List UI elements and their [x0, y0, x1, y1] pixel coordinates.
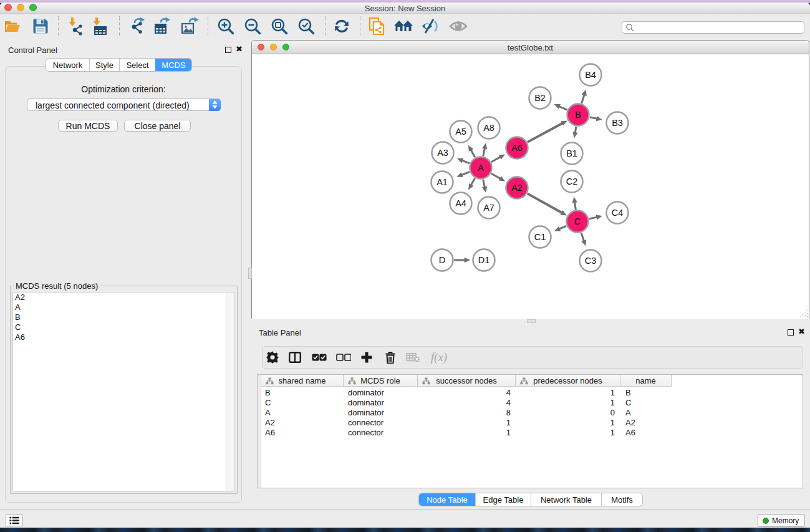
- column-header-predecessor-nodes[interactable]: predecessor nodes: [516, 375, 620, 387]
- graph-edge-A-A2[interactable]: [491, 173, 501, 179]
- table-cell[interactable]: A6: [620, 428, 672, 438]
- table-cell[interactable]: A2: [261, 418, 344, 428]
- graph-edge-A-A3[interactable]: [461, 160, 470, 163]
- zoom-in-icon[interactable]: [217, 17, 235, 36]
- mcds-result-list[interactable]: A2ABCA6: [12, 292, 235, 491]
- graph-edge-C-C1[interactable]: [559, 226, 566, 229]
- table-row[interactable]: Adominator80A: [261, 408, 672, 418]
- refresh-icon[interactable]: [333, 17, 350, 35]
- table-row[interactable]: A6connector11A6: [261, 428, 672, 438]
- table-cell[interactable]: C: [620, 398, 672, 408]
- show-all-icon[interactable]: [449, 19, 468, 33]
- add-column-icon[interactable]: [361, 352, 372, 363]
- mcds-result-scrollbar[interactable]: [226, 293, 234, 491]
- optimization-criterion-dropdown[interactable]: largest connected component (directed): [27, 99, 221, 111]
- delete-table-icon[interactable]: [406, 353, 420, 362]
- table-cell[interactable]: B: [620, 388, 672, 398]
- table-row[interactable]: A2connector11A2: [261, 418, 672, 428]
- function-builder-icon[interactable]: f(x): [431, 351, 447, 364]
- graph-edge-C-C4[interactable]: [589, 217, 598, 219]
- column-header-MCDS-role[interactable]: MCDS role: [344, 375, 418, 387]
- import-table-icon[interactable]: [91, 17, 107, 36]
- tab-edge-table[interactable]: Edge Table: [475, 493, 531, 506]
- table-cell[interactable]: A: [620, 408, 672, 418]
- tab-network-table[interactable]: Network Table: [531, 493, 601, 506]
- deselect-all-icon[interactable]: [336, 354, 351, 361]
- table-panel-close-icon[interactable]: ✖: [798, 329, 805, 335]
- export-network-icon[interactable]: [129, 17, 147, 36]
- table-cell[interactable]: connector: [344, 418, 418, 428]
- table-cell[interactable]: connector: [344, 428, 418, 438]
- graph-edge-A2-C[interactable]: [528, 193, 562, 213]
- graph-edge-A-A7[interactable]: [483, 180, 485, 188]
- graph-edge-A-A6[interactable]: [491, 157, 501, 162]
- column-header-successor-nodes[interactable]: successor nodes: [418, 375, 516, 387]
- graph-edge-A6-B[interactable]: [528, 123, 563, 142]
- run-mcds-button[interactable]: Run MCDS: [58, 120, 118, 132]
- zoom-out-icon[interactable]: [244, 17, 262, 36]
- mcds-result-item[interactable]: C: [13, 322, 234, 332]
- column-header-name[interactable]: name: [620, 375, 672, 387]
- table-cell[interactable]: C: [261, 398, 344, 408]
- table-cell[interactable]: 4: [418, 388, 516, 398]
- tab-style[interactable]: Style: [89, 59, 119, 71]
- control-panel-float-icon[interactable]: [225, 47, 231, 53]
- mcds-result-item[interactable]: A: [13, 302, 234, 312]
- table-cell[interactable]: 1: [516, 418, 620, 428]
- delete-column-icon[interactable]: [385, 351, 396, 364]
- graph-edge-C-C3[interactable]: [581, 233, 584, 241]
- gear-icon[interactable]: [266, 351, 279, 364]
- mcds-result-item[interactable]: B: [13, 312, 234, 322]
- table-cell[interactable]: B: [261, 388, 344, 398]
- tab-motifs[interactable]: Motifs: [601, 493, 642, 506]
- network-canvas[interactable]: AA6A2BCA1A3A4A5A7A8B1B2B3B4C1C2C3C4DD1: [252, 54, 809, 319]
- table-cell[interactable]: A: [261, 408, 344, 418]
- tab-mcds[interactable]: MCDS: [155, 59, 191, 71]
- import-network-icon[interactable]: [66, 17, 84, 36]
- memory-button[interactable]: Memory: [758, 514, 805, 527]
- graph-edge-A-A1[interactable]: [461, 172, 470, 175]
- zoom-fit-icon[interactable]: [271, 17, 289, 36]
- table-cell[interactable]: 1: [516, 388, 620, 398]
- vertical-splitter-handle[interactable]: [248, 268, 252, 279]
- network-graph[interactable]: AA6A2BCA1A3A4A5A7A8B1B2B3B4C1C2C3C4DD1: [252, 54, 809, 319]
- table-cell[interactable]: dominator: [344, 408, 418, 418]
- graph-edge-B-B2[interactable]: [558, 106, 567, 110]
- table-panel-float-icon[interactable]: [788, 329, 794, 336]
- window-resize-grip[interactable]: [799, 309, 808, 318]
- save-session-icon[interactable]: [32, 18, 49, 35]
- table-cell[interactable]: dominator: [344, 398, 418, 408]
- export-image-icon[interactable]: [180, 17, 199, 36]
- tab-network[interactable]: Network: [46, 59, 89, 71]
- close-panel-button[interactable]: Close panel: [124, 120, 191, 132]
- graph-edge-B-B4[interactable]: [582, 94, 585, 104]
- horizontal-splitter-handle[interactable]: [527, 319, 536, 323]
- search-box[interactable]: [622, 21, 804, 34]
- table-cell[interactable]: 1: [516, 398, 620, 408]
- duplicate-network-icon[interactable]: [368, 17, 385, 36]
- hide-selected-icon[interactable]: [421, 18, 440, 34]
- select-all-icon[interactable]: [312, 354, 327, 361]
- table-cell[interactable]: 1: [516, 428, 620, 438]
- search-input[interactable]: [634, 22, 804, 32]
- first-neighbors-icon[interactable]: [393, 18, 413, 34]
- graph-edge-A-A5[interactable]: [471, 149, 475, 157]
- open-file-icon[interactable]: [4, 17, 21, 35]
- table-cell[interactable]: 8: [418, 408, 516, 418]
- table-cell[interactable]: A6: [261, 428, 344, 438]
- mcds-result-item[interactable]: A2: [13, 293, 234, 302]
- graph-edge-A-A8[interactable]: [483, 148, 485, 157]
- table-row[interactable]: Bdominator41B: [261, 388, 672, 398]
- tab-select[interactable]: Select: [119, 59, 155, 71]
- table-cell[interactable]: A2: [620, 418, 672, 428]
- zoom-selected-icon[interactable]: [297, 17, 316, 36]
- split-columns-icon[interactable]: [289, 352, 301, 363]
- task-history-button[interactable]: [6, 515, 23, 526]
- tab-node-table[interactable]: Node Table: [419, 493, 475, 506]
- table-cell[interactable]: 4: [418, 398, 516, 408]
- graph-edge-A-A4[interactable]: [471, 178, 475, 186]
- table-cell[interactable]: 0: [516, 408, 620, 418]
- table-cell[interactable]: dominator: [344, 388, 418, 398]
- column-header-shared-name[interactable]: shared name: [261, 375, 344, 387]
- export-table-icon[interactable]: [153, 17, 171, 36]
